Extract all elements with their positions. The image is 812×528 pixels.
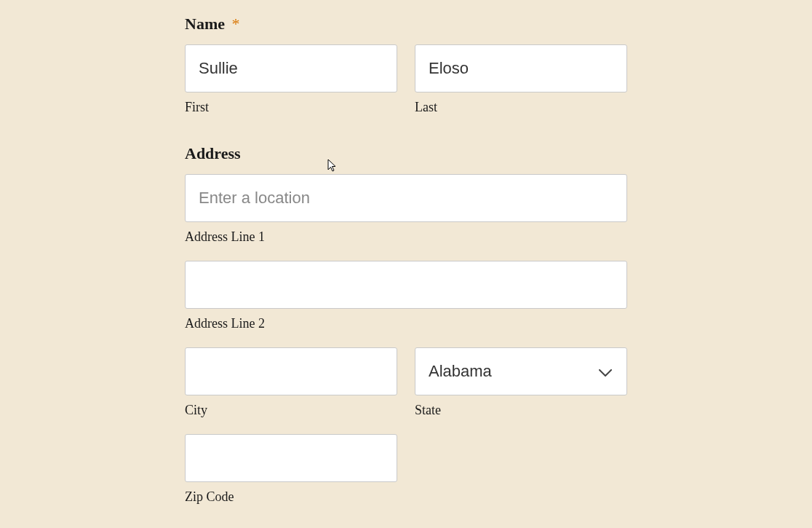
chevron-down-icon [599, 362, 612, 381]
last-name-input[interactable] [415, 44, 627, 92]
address-label: Address [185, 144, 627, 163]
last-name-sublabel: Last [415, 100, 627, 115]
address-line1-input[interactable] [185, 174, 627, 222]
address-line2-input[interactable] [185, 261, 627, 309]
address-section: Address Address Line 1 Address Line 2 Ci… [185, 144, 627, 521]
state-select[interactable]: Alabama [415, 347, 627, 395]
zip-sublabel: Zip Code [185, 489, 397, 505]
first-name-sublabel: First [185, 100, 397, 115]
name-section: Name * First Last [185, 15, 627, 115]
state-selected-text: Alabama [429, 362, 613, 381]
form-container: Name * First Last Address Address Line 1… [185, 15, 627, 521]
name-label-text: Name [185, 15, 225, 33]
address-line1-sublabel: Address Line 1 [185, 229, 627, 245]
state-sublabel: State [415, 403, 627, 418]
name-label: Name * [185, 15, 627, 34]
address-line2-sublabel: Address Line 2 [185, 316, 627, 331]
city-sublabel: City [185, 403, 397, 418]
first-name-input[interactable] [185, 44, 397, 92]
required-indicator: * [231, 15, 239, 33]
city-input[interactable] [185, 347, 397, 395]
zip-input[interactable] [185, 434, 397, 482]
